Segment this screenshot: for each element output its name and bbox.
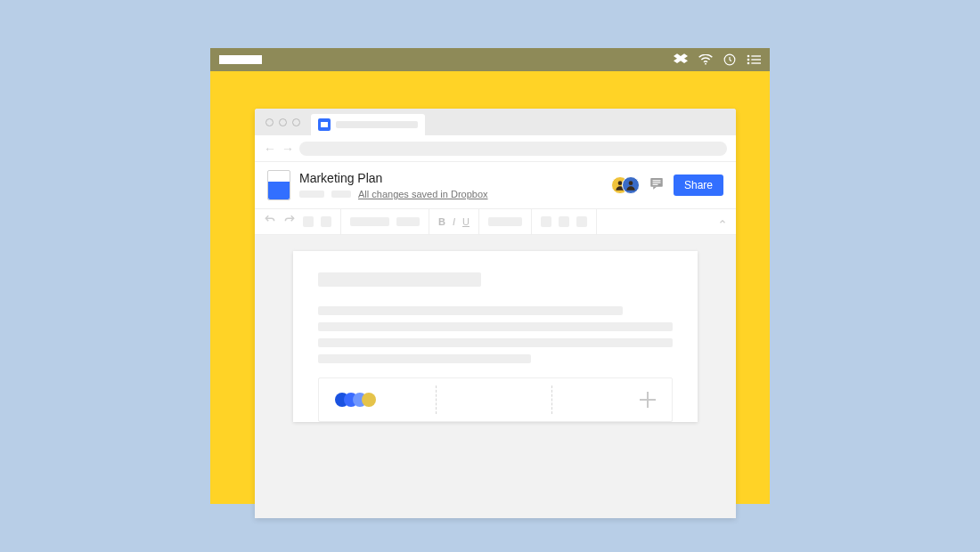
doc-tab-icon: [318, 118, 331, 131]
redo-icon[interactable]: [283, 214, 296, 230]
app-name-placeholder: [219, 55, 262, 64]
wifi-icon[interactable]: [698, 54, 713, 65]
formatting-toolbar: B I U: [255, 208, 736, 235]
window-controls[interactable]: [255, 109, 311, 135]
address-bar[interactable]: [299, 142, 727, 156]
window-minimize-icon[interactable]: [279, 118, 287, 126]
window-maximize-icon[interactable]: [292, 118, 300, 126]
dropbox-icon[interactable]: [674, 53, 688, 66]
toolbar-item[interactable]: [559, 216, 569, 227]
content-placeholder: [318, 306, 623, 315]
toolbar-item[interactable]: [396, 217, 420, 226]
menu-placeholder[interactable]: [331, 191, 351, 198]
browser-tab[interactable]: [311, 114, 425, 135]
doc-title[interactable]: Marketing Plan: [299, 171, 602, 185]
content-placeholder: [318, 322, 673, 331]
chevron-up-icon[interactable]: [718, 214, 727, 230]
comment-icon[interactable]: [649, 175, 665, 195]
share-button[interactable]: Share: [674, 175, 723, 196]
svg-rect-7: [751, 62, 761, 63]
svg-rect-11: [652, 180, 660, 181]
clock-icon[interactable]: [723, 53, 736, 66]
svg-rect-13: [652, 184, 657, 185]
toolbar-item[interactable]: [303, 216, 314, 227]
toolbar-item[interactable]: [321, 216, 331, 227]
browser-tab-bar: [255, 109, 736, 135]
doc-canvas: [255, 235, 736, 422]
save-status[interactable]: All changes saved in Dropbox: [358, 189, 488, 199]
avatar[interactable]: [622, 176, 640, 194]
undo-icon[interactable]: [264, 214, 276, 230]
back-icon[interactable]: ←: [264, 142, 276, 155]
browser-nav-bar: ← →: [255, 135, 736, 162]
add-icon[interactable]: [640, 392, 656, 408]
svg-point-0: [705, 63, 706, 65]
toolbar-item[interactable]: [541, 216, 551, 227]
content-placeholder: [318, 354, 531, 363]
collaborator-avatars[interactable]: [611, 176, 640, 194]
window-close-icon[interactable]: [265, 118, 274, 126]
os-menubar: [210, 48, 770, 71]
italic-button[interactable]: I: [453, 217, 455, 227]
app-frame: ← → Marketing Plan All changes saved in …: [210, 48, 770, 504]
svg-rect-5: [751, 59, 761, 60]
svg-rect-3: [751, 55, 761, 56]
svg-point-2: [747, 55, 750, 58]
doc-file-icon: [267, 170, 290, 200]
svg-rect-12: [652, 183, 660, 183]
underline-button[interactable]: U: [462, 217, 470, 227]
tab-title-placeholder: [336, 121, 418, 128]
embedded-object[interactable]: [318, 377, 673, 422]
content-placeholder: [318, 338, 673, 347]
forward-icon[interactable]: →: [282, 142, 294, 155]
browser-window: ← → Marketing Plan All changes saved in …: [255, 109, 736, 518]
bold-button[interactable]: B: [438, 217, 445, 227]
doc-page[interactable]: [293, 251, 698, 422]
list-icon[interactable]: [747, 54, 761, 65]
svg-point-4: [747, 59, 750, 61]
toolbar-item[interactable]: [350, 217, 389, 226]
menu-placeholder[interactable]: [299, 191, 324, 198]
doc-header: Marketing Plan All changes saved in Drop…: [255, 162, 736, 208]
toolbar-item[interactable]: [576, 216, 587, 227]
svg-point-9: [629, 181, 633, 185]
color-dots: [335, 393, 380, 407]
svg-point-6: [747, 62, 750, 65]
content-placeholder: [318, 272, 481, 287]
toolbar-item[interactable]: [488, 217, 522, 226]
